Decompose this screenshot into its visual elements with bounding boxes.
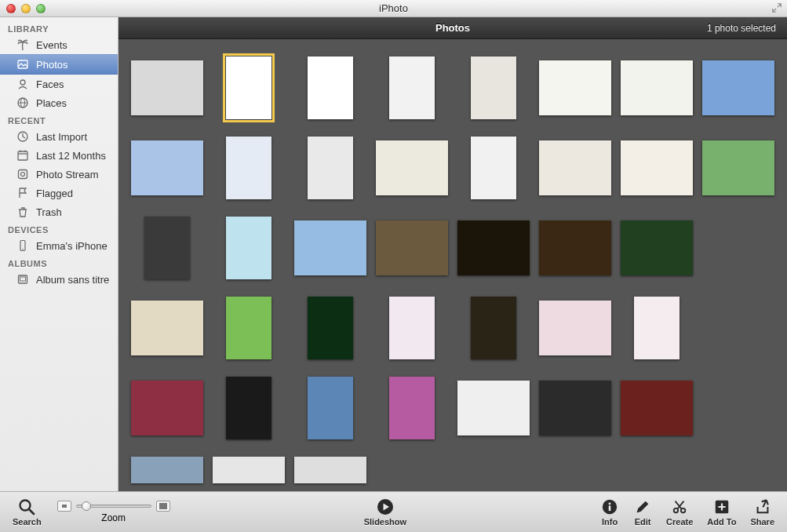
- photo-thumbnail[interactable]: [131, 301, 203, 355]
- fullscreen-icon[interactable]: [771, 2, 782, 13]
- photo-thumbnail[interactable]: [539, 220, 611, 275]
- photo-thumbnail[interactable]: [226, 377, 271, 439]
- photo-thumbnail[interactable]: [131, 381, 203, 435]
- svg-line-17: [29, 509, 34, 514]
- share-button[interactable]: Share: [750, 497, 774, 527]
- photo-thumbnail[interactable]: [131, 60, 203, 115]
- addto-button[interactable]: Add To: [707, 497, 736, 527]
- zoom-label: Zoom: [101, 512, 126, 523]
- svg-rect-0: [18, 60, 27, 68]
- close-window-button[interactable]: [6, 4, 16, 13]
- sidebar-item-last-12-months[interactable]: Last 12 Months: [0, 146, 118, 165]
- trash-icon: [16, 205, 30, 219]
- photo-thumbnail[interactable]: [471, 137, 516, 199]
- window-title: iPhoto: [0, 2, 787, 14]
- sidebar-item-album-sans-titre[interactable]: Album sans titre: [0, 270, 118, 289]
- sidebar-item-label: Album sans titre: [36, 274, 109, 286]
- sidebar-item-flagged[interactable]: Flagged: [0, 184, 118, 202]
- sidebar-item-label: Emma's iPhone: [36, 240, 107, 252]
- photo-thumbnail[interactable]: [213, 457, 285, 483]
- sidebar-item-photo-stream[interactable]: Photo Stream: [0, 165, 118, 184]
- content-area: Photos 1 photo selected: [118, 17, 787, 491]
- photos-icon: [16, 57, 30, 71]
- photo-thumbnail[interactable]: [294, 457, 366, 483]
- photo-thumbnail[interactable]: [621, 140, 693, 195]
- svg-point-11: [21, 173, 25, 177]
- photo-thumbnail[interactable]: [226, 217, 271, 279]
- clock-icon: [16, 129, 30, 144]
- info-icon: [600, 497, 619, 516]
- photo-thumbnail[interactable]: [294, 220, 366, 275]
- sidebar-item-last-import[interactable]: Last Import: [0, 127, 118, 146]
- edit-label: Edit: [635, 517, 651, 527]
- photo-thumbnail[interactable]: [376, 220, 448, 275]
- photo-thumbnail[interactable]: [702, 140, 774, 195]
- edit-button[interactable]: Edit: [633, 497, 652, 527]
- photo-thumbnail[interactable]: [702, 60, 774, 115]
- sidebar-item-places[interactable]: Places: [0, 93, 118, 112]
- zoom-out-button[interactable]: [57, 501, 71, 512]
- sidebar-item-emma-s-iphone[interactable]: Emma's iPhone: [0, 236, 118, 255]
- photo-thumbnail[interactable]: [131, 140, 203, 195]
- minimize-window-button[interactable]: [21, 4, 31, 13]
- sidebar-item-trash[interactable]: Trash: [0, 202, 118, 221]
- sidebar-item-label: Photo Stream: [36, 169, 99, 180]
- sidebar-item-label: Places: [36, 97, 67, 109]
- svg-point-21: [609, 502, 611, 505]
- photo-thumbnail[interactable]: [539, 60, 611, 115]
- photo-thumbnail[interactable]: [131, 457, 203, 483]
- photo-thumbnail[interactable]: [389, 297, 435, 359]
- photo-thumbnail[interactable]: [308, 56, 353, 119]
- calendar-icon: [16, 148, 30, 162]
- search-button[interactable]: Search: [13, 497, 42, 527]
- photo-thumbnail[interactable]: [621, 60, 693, 115]
- sidebar-item-photos[interactable]: Photos: [0, 54, 118, 75]
- photo-thumbnail[interactable]: [634, 297, 680, 359]
- window-titlebar: iPhoto: [0, 0, 787, 17]
- photo-thumbnail[interactable]: [457, 381, 530, 435]
- photo-thumbnail[interactable]: [539, 301, 611, 355]
- create-button[interactable]: Create: [666, 497, 693, 527]
- info-button[interactable]: Info: [600, 497, 619, 527]
- sidebar: LIBRARYEventsPhotosFacesPlacesRECENTLast…: [0, 17, 118, 491]
- photo-thumbnail[interactable]: [621, 381, 693, 435]
- info-label: Info: [602, 517, 618, 527]
- photo-thumbnail[interactable]: [389, 56, 435, 119]
- zoom-slider[interactable]: [76, 505, 151, 508]
- photo-thumbnail[interactable]: [226, 137, 271, 199]
- zoom-in-button[interactable]: [156, 501, 170, 512]
- photo-thumbnail[interactable]: [308, 297, 353, 359]
- share-label: Share: [750, 517, 774, 527]
- sidebar-item-events[interactable]: Events: [0, 35, 118, 54]
- zoom-window-button[interactable]: [36, 4, 46, 13]
- photo-thumbnail[interactable]: [226, 297, 271, 359]
- photo-thumbnail[interactable]: [226, 56, 271, 119]
- search-icon: [17, 497, 36, 516]
- svg-rect-6: [18, 151, 27, 160]
- sidebar-item-faces[interactable]: Faces: [0, 75, 118, 93]
- sidebar-item-label: Photos: [36, 59, 67, 71]
- album-icon: [16, 272, 30, 286]
- photo-thumbnail[interactable]: [144, 217, 190, 279]
- photo-thumbnail[interactable]: [389, 377, 435, 439]
- svg-rect-10: [19, 170, 27, 179]
- flag-icon: [16, 186, 30, 200]
- photo-thumbnail[interactable]: [376, 140, 448, 195]
- sidebar-item-label: Flagged: [36, 188, 73, 199]
- create-label: Create: [666, 517, 693, 527]
- photo-thumbnail[interactable]: [621, 220, 693, 275]
- zoom-slider-knob[interactable]: [82, 501, 91, 511]
- photo-thumbnail[interactable]: [539, 140, 611, 195]
- photo-thumbnail[interactable]: [308, 377, 353, 439]
- photo-thumbnail[interactable]: [457, 220, 530, 275]
- main-area: LIBRARYEventsPhotosFacesPlacesRECENTLast…: [0, 17, 787, 491]
- photo-thumbnail[interactable]: [308, 137, 353, 199]
- sidebar-item-label: Trash: [36, 206, 62, 218]
- scissors-icon: [670, 497, 689, 516]
- photo-grid-scroll[interactable]: [118, 39, 787, 491]
- slideshow-button[interactable]: Slideshow: [364, 497, 406, 527]
- photo-thumbnail[interactable]: [471, 56, 516, 119]
- photo-thumbnail[interactable]: [471, 297, 516, 359]
- photo-thumbnail[interactable]: [539, 381, 611, 435]
- content-header: Photos 1 photo selected: [118, 17, 787, 39]
